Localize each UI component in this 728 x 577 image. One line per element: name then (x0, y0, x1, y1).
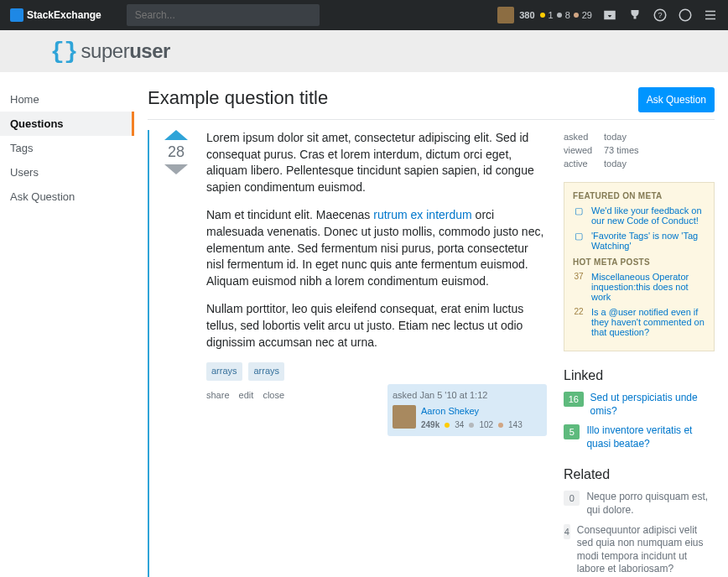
related-score: 0 (564, 491, 580, 506)
upvote-button[interactable] (164, 130, 188, 140)
share-link[interactable]: share (206, 390, 230, 400)
para-3: Nullam porttitor, leo quis eleifend cons… (206, 301, 547, 351)
linked-title[interactable]: Sed ut perspiciatis unde omis? (590, 392, 715, 418)
related-score: 4 (564, 524, 570, 539)
vote-column: 28 (159, 130, 193, 577)
vote-count: 28 (168, 143, 185, 161)
list-icon[interactable] (703, 8, 718, 23)
logo-user: user (129, 39, 170, 63)
review-icon[interactable] (678, 8, 693, 23)
reputation: 380 (519, 10, 534, 20)
linked-score: 5 (564, 424, 580, 439)
linked-header: Linked (564, 368, 715, 383)
related-title[interactable]: Neque porro quisquam est, qui dolore. (586, 491, 715, 517)
user-rep: 249k (421, 419, 439, 431)
question-main: 28 Lorem ipsum dolor sit amet, consectet… (148, 130, 547, 577)
linked-section: Linked 16Sed ut perspiciatis unde omis? … (564, 368, 715, 450)
post-body: Lorem ipsum dolor sit amet, consectetur … (206, 130, 547, 577)
site-logo[interactable]: {​} superuser (50, 39, 170, 65)
search-input[interactable] (127, 4, 320, 26)
bulletin-item[interactable]: ▢We'd like your feedback on our new Code… (573, 205, 705, 226)
inbox-icon[interactable] (602, 8, 617, 23)
topbar-search (127, 4, 320, 26)
linked-score: 16 (564, 392, 584, 407)
sidebar-item-ask[interactable]: Ask Question (0, 185, 134, 209)
para-1: Lorem ipsum dolor sit amet, consectetur … (206, 130, 547, 195)
bulletin-item[interactable]: ▢'Favorite Tags' is now 'Tag Watching' (573, 231, 705, 251)
bulletin-header-meta: FEATURED ON META (573, 191, 705, 200)
speech-icon: ▢ (573, 231, 585, 251)
se-brand-text: StackExchange (27, 9, 101, 21)
question-title: Example question title (148, 87, 328, 109)
badge-counts: 1 8 29 (540, 10, 593, 20)
tag[interactable]: arrays (206, 362, 242, 380)
community-bulletin: FEATURED ON META ▢We'd like your feedbac… (564, 182, 715, 351)
related-section: Related 0Neque porro quisquam est, qui d… (564, 467, 715, 576)
related-header: Related (564, 467, 715, 482)
avatar (497, 7, 514, 23)
bulletin-item[interactable]: 22Is a @user notified even if they haven… (573, 307, 705, 337)
sidebar-item-users[interactable]: Users (0, 160, 134, 185)
user-name[interactable]: Aaron Shekey (421, 406, 479, 416)
help-icon[interactable]: ? (653, 8, 668, 23)
content: Example question title Ask Question 28 L… (134, 72, 728, 577)
linked-title[interactable]: Illo inventore veritatis et quasi beatae… (586, 424, 715, 450)
tag[interactable]: arrays (248, 362, 284, 380)
left-sidebar: Home Questions Tags Users Ask Question (0, 72, 134, 577)
profile-link[interactable]: 380 1 8 29 (497, 7, 592, 23)
bulletin-item[interactable]: 37Miscellaneous Operator inquestion:this… (573, 272, 705, 302)
sidebar-item-questions[interactable]: Questions (0, 112, 134, 136)
sidebar-item-tags[interactable]: Tags (0, 136, 134, 160)
topbar: StackExchange 380 1 8 29 ? (0, 0, 728, 30)
downvote-button[interactable] (164, 164, 188, 174)
user-avatar[interactable] (393, 405, 416, 429)
stackexchange-logo[interactable]: StackExchange (10, 8, 101, 22)
inline-link[interactable]: rutrum ex interdum (373, 208, 471, 221)
brace-icon: {​} (50, 39, 78, 65)
user-card: asked Jan 5 '10 at 1:12 Aaron Shekey 249… (387, 384, 547, 437)
svg-point-2 (679, 9, 691, 21)
para-2: Nam et tincidunt elit. Maecenas rutrum e… (206, 207, 547, 289)
svg-text:?: ? (658, 11, 662, 19)
asked-time: asked Jan 5 '10 at 1:12 (393, 389, 542, 402)
post-actions: share edit close (206, 389, 291, 402)
tags: arrays arrays (206, 362, 547, 380)
question-stats: askedtoday viewed73 times activetoday (564, 130, 715, 170)
se-icon (10, 8, 23, 22)
edit-link[interactable]: edit (239, 390, 254, 400)
related-title[interactable]: Consequuntor adipisci velit sed quia non… (577, 524, 715, 576)
trophy-icon[interactable] (627, 8, 642, 23)
close-link[interactable]: close (263, 390, 284, 400)
logo-super: super (81, 39, 130, 63)
site-header: {​} superuser (0, 30, 728, 72)
right-column: askedtoday viewed73 times activetoday FE… (564, 130, 715, 577)
ask-question-button[interactable]: Ask Question (638, 87, 715, 112)
speech-icon: ▢ (573, 205, 585, 226)
sidebar-item-home[interactable]: Home (0, 87, 134, 112)
bulletin-header-hot: HOT META POSTS (573, 257, 705, 267)
